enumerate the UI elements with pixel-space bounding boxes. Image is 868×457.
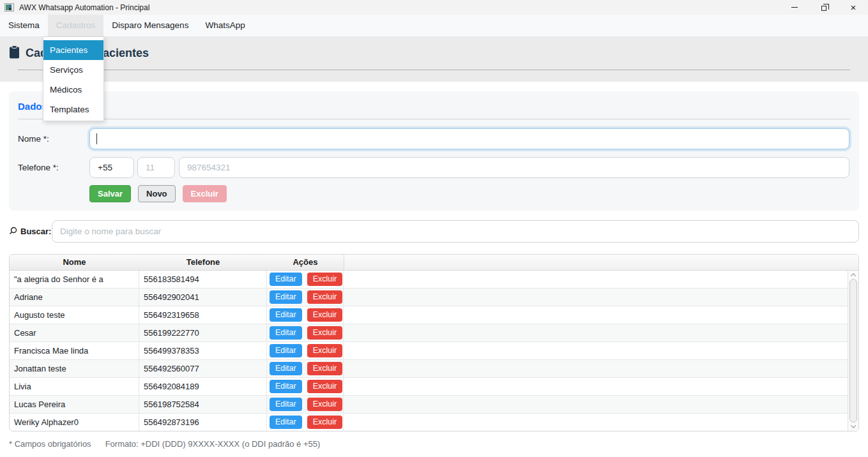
table-row: "a alegria do Senhor é a 556183581494 Ed… [10,271,848,288]
edit-button[interactable]: Editar [270,308,302,322]
text-caret [96,133,97,144]
menu-whatsapp[interactable]: WhatsApp [197,15,253,36]
window-title: AWX Whatsapp Automation - Principal [19,3,149,12]
menubar: Sistema Cadastros Disparo Mensagens What… [0,15,868,36]
edit-button[interactable]: Editar [270,416,302,429]
nome-label: Nome *: [18,134,49,144]
dropdown-item-servicos[interactable]: Serviços [43,60,103,80]
table-row: Lucas Pereira 556198752584 Editar Exclui… [10,396,848,414]
clipboard-icon [9,45,20,61]
patient-name-cell: Jonattan teste [10,360,139,377]
edit-button[interactable]: Editar [270,290,302,304]
patient-name-cell: Lucas Pereira [10,396,139,413]
empty-cell [344,342,848,359]
patient-phone-cell: 556492319658 [139,306,267,324]
scroll-down-icon[interactable] [848,422,858,431]
patients-table: Nome Telefone Ações "a alegria do Senhor… [9,254,859,431]
table-row: Adriane 556492902041 Editar Excluir [10,288,848,306]
table-row: Francisca Mae linda 556499378353 Editar … [10,342,848,360]
empty-cell [344,360,848,377]
delete-button[interactable]: Excluir [307,290,343,304]
delete-button[interactable]: Excluir [307,398,343,411]
search-input[interactable] [52,220,859,243]
nome-input-wrap [89,128,849,149]
empty-cell [344,378,848,395]
patient-name-cell: Weriky Alphazer0 [10,414,139,431]
empty-cell [344,414,848,431]
salvar-button[interactable]: Salvar [89,185,131,202]
empty-cell [344,288,848,306]
table-row: Jonattan teste 556492560077 Editar Exclu… [10,360,848,378]
empty-cell [344,271,848,288]
column-header-acoes: Ações [267,255,344,270]
scrollbar-thumb[interactable] [849,279,857,423]
column-header-telefone: Telefone [139,255,267,270]
header-divider [18,70,850,70]
delete-button[interactable]: Excluir [307,380,343,393]
dropdown-item-templates[interactable]: Templates [43,100,103,119]
numero-input[interactable] [179,157,849,178]
menu-sistema[interactable]: Sistema [0,15,48,36]
maximize-restore-button[interactable] [809,0,839,15]
edit-button[interactable]: Editar [270,398,302,411]
patient-actions-cell: Editar Excluir [267,396,344,413]
patient-name-cell: Francisca Mae linda [10,342,139,359]
minimize-button[interactable] [780,0,809,15]
dropdown-item-medicos[interactable]: Médicos [43,80,103,100]
footer-notes: * Campos obrigatórios Formato: +DDI (DDD… [9,439,320,449]
search-icon [9,227,17,237]
column-header-empty [344,255,858,270]
novo-button[interactable]: Novo [138,185,176,202]
menu-disparo-mensagens[interactable]: Disparo Mensagens [103,15,197,36]
delete-button[interactable]: Excluir [307,362,343,375]
edit-button[interactable]: Editar [270,273,302,286]
dropdown-item-pacientes[interactable]: Pacientes [43,40,103,60]
column-header-nome: Nome [10,255,139,270]
cadastros-dropdown-menu: Pacientes Serviços Médicos Templates [43,36,104,121]
patient-actions-cell: Editar Excluir [267,414,344,431]
delete-button[interactable]: Excluir [307,344,343,357]
table-row: Cesar 556199222770 Editar Excluir [10,324,848,342]
delete-button[interactable]: Excluir [307,273,343,286]
patient-actions-cell: Editar Excluir [267,271,344,288]
excluir-button[interactable]: Excluir [183,185,227,202]
table-row: Augusto teste 556492319658 Editar Exclui… [10,306,848,324]
patient-phone-cell: 556492084189 [139,378,267,395]
patient-form-panel: Dados do Paciente Nome *: Telefone *: Sa… [9,91,859,211]
patient-actions-cell: Editar Excluir [267,324,344,341]
ddd-input[interactable] [137,157,175,178]
ddi-input[interactable] [89,157,134,178]
close-button[interactable]: × [839,0,868,15]
patient-actions-cell: Editar Excluir [267,378,344,395]
empty-cell [344,396,848,413]
edit-button[interactable]: Editar [270,326,302,340]
patient-name-cell: Augusto teste [10,306,139,324]
edit-button[interactable]: Editar [270,362,302,375]
form-buttons: Salvar Novo Excluir [89,185,227,202]
patient-actions-cell: Editar Excluir [267,288,344,306]
scroll-up-icon[interactable] [848,271,858,280]
delete-button[interactable]: Excluir [307,416,343,429]
page-header: Cadastro de Pacientes [0,36,868,82]
patient-phone-cell: 556492902041 [139,288,267,306]
table-scrollbar[interactable] [848,271,858,431]
patient-phone-cell: 556492873196 [139,414,267,431]
titlebar: AWX Whatsapp Automation - Principal × [0,0,868,15]
minimize-icon [791,7,798,8]
patient-phone-cell: 556198752584 [139,396,267,413]
patient-actions-cell: Editar Excluir [267,342,344,359]
edit-button[interactable]: Editar [270,344,302,357]
edit-button[interactable]: Editar [270,380,302,393]
app-icon [4,3,14,12]
menu-cadastros[interactable]: Cadastros [48,15,104,36]
nome-input[interactable] [89,128,849,149]
app-window: AWX Whatsapp Automation - Principal × Si… [0,0,868,457]
delete-button[interactable]: Excluir [307,326,343,340]
restore-icon [821,6,826,11]
window-controls: × [780,0,868,15]
empty-cell [344,324,848,341]
table-row: Weriky Alphazer0 556492873196 Editar Exc… [10,414,848,431]
delete-button[interactable]: Excluir [307,308,343,322]
patient-actions-cell: Editar Excluir [267,306,344,324]
patient-name-cell: "a alegria do Senhor é a [10,271,139,288]
